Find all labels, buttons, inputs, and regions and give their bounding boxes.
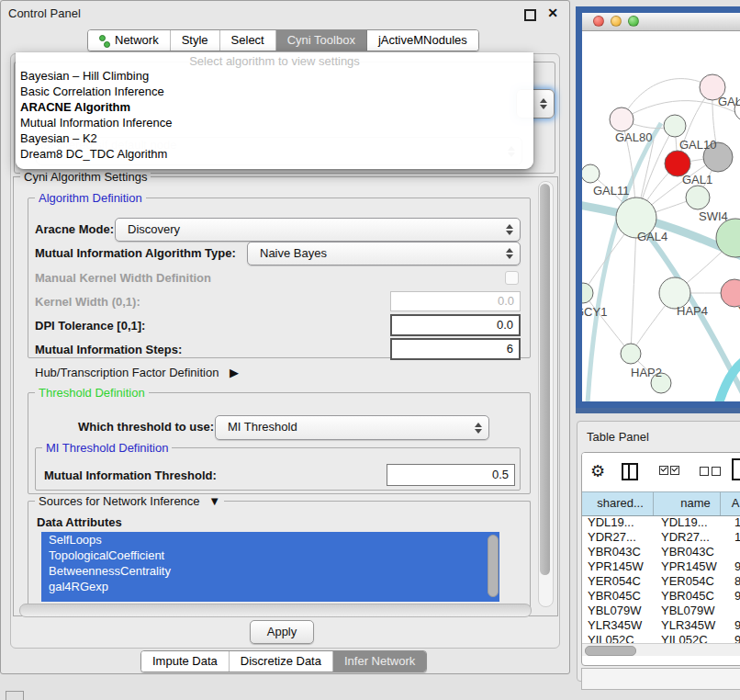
tab-cyni-toolbox[interactable]: Cyni Toolbox bbox=[276, 30, 367, 51]
sources-group-title[interactable]: Sources for Network Inference ▼ bbox=[35, 494, 224, 508]
algorithm-option[interactable]: Dream8 DC_TDC Algorithm bbox=[16, 146, 533, 162]
export-table-icon[interactable] bbox=[732, 458, 740, 480]
column-header-partial[interactable]: A bbox=[721, 492, 740, 515]
network-canvas[interactable]: GAL80 GAL10 GAL1 GAL11 SWI4 GAL4 GCY1 HA… bbox=[582, 31, 740, 401]
node-label: GAL10 bbox=[679, 138, 716, 152]
table-toolbar: ⚙ bbox=[582, 453, 740, 491]
which-threshold-combo[interactable]: MI Threshold bbox=[215, 415, 489, 440]
select-all-checked-icon[interactable] bbox=[670, 466, 679, 475]
node-pink-right[interactable] bbox=[721, 279, 740, 307]
data-attributes-label: Data Attributes bbox=[37, 515, 122, 529]
algorithm-option[interactable]: Bayesian – K2 bbox=[16, 130, 533, 146]
table-row[interactable]: YBR043CYBR043C bbox=[582, 545, 740, 559]
tab-select[interactable]: Select bbox=[220, 30, 276, 51]
expand-arrow-icon: ▶ bbox=[230, 366, 239, 379]
mi-steps-input[interactable]: 6 bbox=[390, 338, 521, 360]
node-green-right[interactable] bbox=[716, 219, 740, 257]
settings-horizontal-scrollbar[interactable] bbox=[19, 604, 532, 617]
algorithm-option-selected[interactable]: ARACNE Algorithm bbox=[16, 99, 533, 115]
screen: Control Panel ✕ Network Style Select Cyn… bbox=[0, 0, 740, 700]
tab-impute-data[interactable]: Impute Data bbox=[141, 651, 230, 672]
algorithm-dropdown-popup: Select algorithm to view settings Bayesi… bbox=[16, 52, 533, 169]
tab-style[interactable]: Style bbox=[171, 30, 220, 51]
manual-kernel-checkbox[interactable] bbox=[505, 271, 519, 285]
dpi-tolerance-input[interactable]: 0.0 bbox=[390, 314, 521, 336]
table-row[interactable]: YDR27...YDR27...12 bbox=[582, 530, 740, 545]
tab-network[interactable]: Network bbox=[88, 30, 171, 51]
table-row[interactable]: YIL052CYIL052C9 bbox=[582, 633, 740, 643]
table-panel-title: Table Panel bbox=[587, 430, 649, 444]
list-scrollbar-thumb[interactable] bbox=[488, 535, 499, 597]
dropdown-hint: Select algorithm to view settings bbox=[16, 54, 533, 68]
node-label: HAP4 bbox=[677, 304, 708, 318]
list-item[interactable]: gal4RGexp bbox=[41, 579, 499, 594]
node-gal1[interactable] bbox=[686, 186, 710, 209]
tab-jactivemnodules[interactable]: jActiveMNodules bbox=[367, 30, 478, 51]
window-titlebar[interactable] bbox=[582, 13, 740, 31]
table-row[interactable]: YPR145WYPR145W9. bbox=[582, 559, 740, 574]
node-gal80[interactable] bbox=[610, 107, 633, 131]
node-gcy1[interactable] bbox=[582, 283, 593, 303]
list-item[interactable] bbox=[41, 594, 499, 602]
close-icon[interactable]: ✕ bbox=[547, 6, 558, 20]
table-row[interactable]: YER054CYER054C8. bbox=[582, 574, 740, 589]
node-label: GAL4 bbox=[637, 230, 667, 243]
table-row[interactable]: YBL079WYBL079W bbox=[582, 604, 740, 618]
minimize-traffic-light[interactable] bbox=[611, 16, 622, 27]
list-item[interactable]: BetweennessCentrality bbox=[41, 563, 499, 579]
columns-icon[interactable] bbox=[622, 463, 638, 480]
mi-steps-label: Mutual Information Steps: bbox=[35, 343, 182, 356]
kernel-width-label: Kernel Width (0,1): bbox=[35, 295, 140, 309]
select-all-checked-icon[interactable] bbox=[659, 466, 668, 475]
spinner-arrows-icon bbox=[506, 224, 513, 235]
tab-discretize-data[interactable]: Discretize Data bbox=[230, 651, 333, 672]
spinner-arrows-icon bbox=[506, 248, 513, 259]
list-item[interactable]: TopologicalCoefficient bbox=[41, 548, 499, 563]
node-label: HAP2 bbox=[631, 366, 662, 379]
node-gal10[interactable] bbox=[664, 115, 686, 137]
mi-threshold-input[interactable]: 0.5 bbox=[387, 464, 515, 486]
network-icon bbox=[99, 35, 110, 47]
table-panel: Table Panel ⚙ shared... name A YDL19...Y… bbox=[577, 421, 740, 682]
settings-vertical-scrollbar[interactable] bbox=[538, 181, 554, 607]
gear-icon[interactable]: ⚙ bbox=[590, 461, 605, 481]
spinner-arrows-icon bbox=[540, 98, 547, 109]
list-item[interactable]: SelfLoops bbox=[41, 532, 499, 548]
manual-kernel-label: Manual Kernel Width Definition bbox=[35, 271, 211, 285]
float-icon[interactable] bbox=[524, 9, 536, 21]
scrollbar-thumb[interactable] bbox=[585, 646, 636, 656]
spinner-arrows-icon bbox=[475, 423, 482, 434]
node-label: GAL80 bbox=[615, 130, 652, 144]
algorithm-option[interactable]: Bayesian – Hill Climbing bbox=[16, 68, 533, 84]
deselect-all-icon[interactable] bbox=[712, 467, 721, 476]
close-traffic-light[interactable] bbox=[593, 16, 604, 27]
hub-definition-toggle[interactable]: Hub/Transcription Factor Definition ▶ bbox=[35, 366, 239, 379]
node-gal11[interactable] bbox=[582, 164, 600, 183]
table-row[interactable]: YLR345WYLR345W9. bbox=[582, 618, 740, 633]
node-label: GAL11 bbox=[593, 184, 630, 198]
bottom-tab-bar: Impute Data Discretize Data Infer Networ… bbox=[140, 650, 427, 672]
tab-infer-network[interactable]: Infer Network bbox=[333, 651, 426, 672]
kernel-width-input[interactable]: 0.0 bbox=[390, 291, 521, 311]
table-row[interactable]: YDL19...YDL19...13 bbox=[582, 515, 740, 530]
node-hap2[interactable] bbox=[621, 344, 641, 364]
zoom-traffic-light[interactable] bbox=[628, 16, 639, 27]
column-header-shared-name[interactable]: shared... bbox=[582, 492, 654, 515]
network-view-window: GAL80 GAL10 GAL1 GAL11 SWI4 GAL4 GCY1 HA… bbox=[576, 6, 740, 408]
algorithm-option[interactable]: Basic Correlation Inference bbox=[16, 84, 533, 99]
table-header-row: shared... name A bbox=[582, 491, 740, 516]
collapsed-panel-button[interactable] bbox=[6, 691, 24, 700]
deselect-all-icon[interactable] bbox=[700, 467, 709, 476]
mi-threshold-group-title: MI Threshold Definition bbox=[42, 441, 172, 455]
algorithm-definition-title: Algorithm Definition bbox=[35, 191, 146, 205]
scrollbar-thumb[interactable] bbox=[540, 184, 550, 575]
aracne-mode-label: Aracne Mode: bbox=[35, 222, 114, 236]
column-header-name[interactable]: name bbox=[654, 492, 721, 515]
algorithm-option[interactable]: Mutual Information Inference bbox=[16, 115, 533, 130]
table-row[interactable]: YBR045CYBR045C9. bbox=[582, 589, 740, 604]
aracne-mode-combo[interactable]: Discovery bbox=[115, 218, 521, 242]
mi-type-combo[interactable]: Naive Bayes bbox=[247, 242, 521, 265]
node-label: GAL1 bbox=[682, 173, 712, 186]
table-horizontal-scrollbar[interactable] bbox=[582, 643, 740, 656]
apply-button[interactable]: Apply bbox=[250, 620, 314, 644]
